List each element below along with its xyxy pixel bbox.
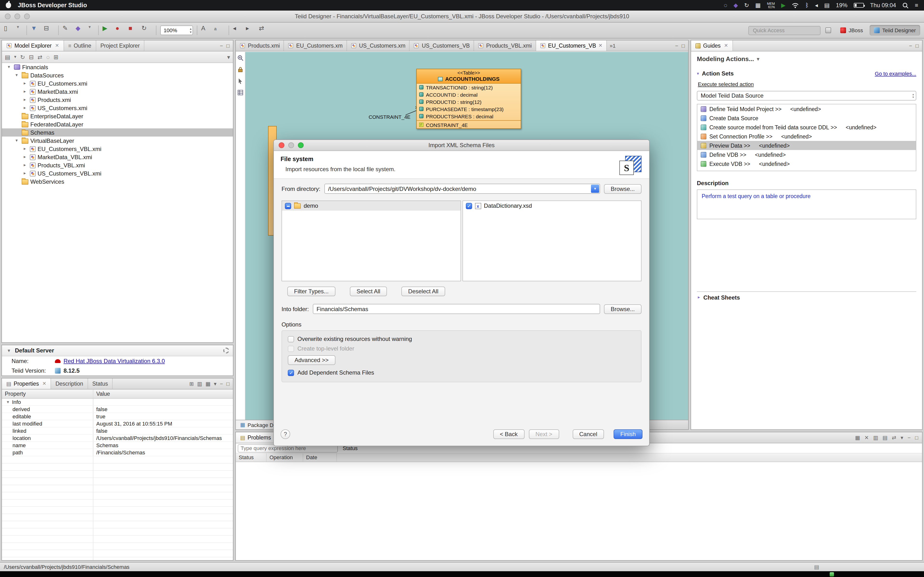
browse-destination-button[interactable]: Browse... bbox=[604, 304, 641, 314]
combo-dropdown-icon[interactable] bbox=[591, 185, 599, 193]
quick-access-field[interactable]: Quick Access bbox=[749, 26, 821, 35]
dialog-minimize-button[interactable] bbox=[288, 142, 294, 148]
back-button[interactable]: < Back bbox=[493, 429, 524, 439]
tree-item-webservices[interactable]: WebServices bbox=[2, 177, 233, 185]
action-execute-vdb[interactable]: Execute VDB >><undefined> bbox=[697, 159, 916, 168]
view-menu-dropdown[interactable] bbox=[14, 55, 16, 59]
remove-icon[interactable] bbox=[864, 435, 869, 440]
tree-item-us-customers[interactable]: US_Customers.xmi bbox=[2, 104, 233, 112]
tab-properties[interactable]: Properties bbox=[2, 379, 51, 389]
apple-menu-icon[interactable] bbox=[6, 2, 11, 8]
editor-tab-products-vbl[interactable]: Products_VBL.xmi bbox=[474, 40, 536, 51]
from-directory-combo[interactable]: /Users/cvanball/Projects/git/DVWorkshop/… bbox=[324, 184, 600, 194]
editor-tab-eu-customers[interactable]: EU_Customers.xm bbox=[284, 40, 347, 51]
tree-item-eu-customers-vbl[interactable]: EU_Customers_VBL.xmi bbox=[2, 145, 233, 153]
tree-item-virtualbaselayer[interactable]: VirtualBaseLayer bbox=[2, 137, 233, 145]
file-checkbox[interactable] bbox=[465, 203, 472, 209]
entity-column-row[interactable]: PURCHASEDATE : timestamp(23) bbox=[417, 105, 521, 113]
collapse-all-icon[interactable] bbox=[29, 54, 34, 60]
entity-column-row[interactable]: ACCOUNTID : decimal bbox=[417, 91, 521, 98]
property-row[interactable]: derivedfalse bbox=[2, 406, 233, 413]
window-close-button[interactable] bbox=[5, 13, 11, 19]
minimize-editor-icon[interactable] bbox=[675, 43, 678, 48]
refresh-tree-icon[interactable] bbox=[20, 54, 25, 60]
tree-item-financials[interactable]: Financials bbox=[2, 63, 233, 71]
close-tab-icon[interactable] bbox=[598, 43, 603, 48]
entity-column-row[interactable]: TRANSACTIONID : string(12) bbox=[417, 84, 521, 91]
file-list-item-datadictionary[interactable]: DataDictionary.xsd bbox=[463, 201, 641, 211]
operation-column-header[interactable]: Operation bbox=[267, 453, 303, 462]
refresh-button[interactable] bbox=[142, 25, 152, 35]
perspective-teiid-designer[interactable]: Teiid Designer bbox=[870, 25, 920, 35]
dependent-schema-checkbox[interactable] bbox=[288, 369, 294, 376]
tree-item-products-vbl[interactable]: Products_VBL.xmi bbox=[2, 161, 233, 169]
perspective-jboss[interactable]: JBoss bbox=[836, 25, 867, 35]
maximize-view-icon[interactable] bbox=[226, 381, 229, 386]
editor-tab-eu-customers-vb[interactable]: EU_Customers_VB bbox=[536, 40, 607, 51]
entity-column-row[interactable]: PRODUCTID : string(12) bbox=[417, 98, 521, 105]
action-set-connection-profile[interactable]: Set Connection Profile >><undefined> bbox=[697, 132, 916, 141]
link-icon[interactable] bbox=[892, 435, 896, 440]
font-increase-button[interactable] bbox=[201, 25, 212, 35]
property-row[interactable]: Info bbox=[2, 399, 233, 406]
dependent-schema-option-row[interactable]: Add Dependent Schema Files bbox=[288, 368, 635, 377]
stop-button[interactable] bbox=[129, 25, 139, 35]
section-expander-icon[interactable] bbox=[697, 71, 699, 76]
statusbar-icon[interactable] bbox=[814, 564, 819, 569]
help-button[interactable]: ? bbox=[281, 429, 290, 439]
source-folder-list[interactable]: demo bbox=[281, 200, 461, 281]
browse-source-button[interactable]: Browse... bbox=[604, 184, 641, 193]
group-by-icon[interactable] bbox=[855, 435, 860, 440]
property-row[interactable]: last modifiedAugust 31, 2016 at 10:55:15… bbox=[2, 420, 233, 427]
status-extra-icon-1[interactable] bbox=[724, 2, 727, 8]
entity-accountholdings[interactable]: <<Table>> ACCOUNTHOLDINGS TRANSACTIONID … bbox=[416, 69, 521, 129]
tree-item-marketdata-vbl[interactable]: MarketData_VBL.xmi bbox=[2, 153, 233, 161]
select-all-button[interactable]: Select All bbox=[350, 287, 387, 296]
close-tab-icon[interactable] bbox=[55, 43, 59, 48]
zoom-select[interactable]: 100% bbox=[160, 26, 193, 35]
editor-tab-us-customers-vb[interactable]: US_Customers_VB bbox=[410, 40, 474, 51]
tab-model-explorer[interactable]: Model Explorer bbox=[2, 40, 64, 51]
close-tab-icon[interactable] bbox=[42, 381, 47, 386]
go-to-examples-link[interactable]: Go to examples... bbox=[875, 71, 916, 76]
lock-icon[interactable] bbox=[237, 66, 244, 73]
spotlight-search-icon[interactable] bbox=[902, 2, 909, 8]
property-row[interactable]: linkedfalse bbox=[2, 427, 233, 435]
volume-icon[interactable] bbox=[815, 2, 818, 8]
editor-tab-products[interactable]: Products.xmi bbox=[236, 40, 284, 51]
dialog-close-button[interactable] bbox=[279, 142, 284, 148]
tree-item-datasources[interactable]: DataSources bbox=[2, 71, 233, 79]
property-row[interactable]: location/Users/cvanball/Projects/jbds910… bbox=[2, 435, 233, 442]
server-name-link[interactable]: Red Hat JBoss Data Virtualization 6.3.0 bbox=[63, 358, 165, 364]
deselect-all-button[interactable]: Deselect All bbox=[401, 287, 445, 296]
minimize-view-icon[interactable] bbox=[909, 43, 912, 48]
value-column-header[interactable]: Value bbox=[94, 390, 233, 398]
advanced-button[interactable]: Advanced >> bbox=[288, 355, 335, 365]
property-column-header[interactable]: Property bbox=[2, 390, 94, 398]
title-dropdown-icon[interactable] bbox=[757, 56, 759, 61]
edit-button[interactable] bbox=[63, 25, 73, 35]
memory-status[interactable]: MEM 61% bbox=[767, 2, 775, 9]
action-define-teiid-model-project[interactable]: Define Teiid Model Project >><undefined> bbox=[697, 104, 916, 113]
tree-item-us-customers-vbl[interactable]: US_Customers_VBL.xmi bbox=[2, 169, 233, 177]
font-decrease-button[interactable] bbox=[214, 25, 225, 35]
gear-icon[interactable] bbox=[223, 348, 229, 353]
tree-item-marketdata[interactable]: MarketData.xmi bbox=[2, 87, 233, 96]
tree-item-federateddatalayer[interactable]: FederatedDataLayer bbox=[2, 120, 233, 128]
tree-item-eu-customers[interactable]: EU_Customers.xmi bbox=[2, 79, 233, 87]
new-wizard-button[interactable] bbox=[4, 25, 15, 35]
zoom-in-icon[interactable] bbox=[237, 55, 244, 61]
maximize-view-icon[interactable] bbox=[915, 435, 918, 440]
next-button[interactable]: Next > bbox=[529, 429, 559, 439]
menubar-app-name[interactable]: JBoss Developer Studio bbox=[18, 2, 87, 9]
tab-guides[interactable]: Guides bbox=[691, 40, 733, 51]
constraint-floating-label[interactable]: CONSTRAINT_4E bbox=[368, 114, 410, 120]
view-menu-dropdown[interactable] bbox=[901, 435, 903, 440]
into-folder-field[interactable]: Financials/Schemas bbox=[313, 304, 600, 314]
dialog-titlebar[interactable]: Import XML Schema Files bbox=[274, 140, 649, 151]
status-extra-icon-3[interactable] bbox=[744, 2, 749, 8]
default-server-header[interactable]: Default Server bbox=[2, 345, 233, 356]
action-preview-data[interactable]: Preview Data >><undefined> bbox=[697, 141, 916, 150]
open-perspective-icon[interactable] bbox=[825, 27, 831, 33]
pointer-icon[interactable] bbox=[237, 78, 244, 84]
